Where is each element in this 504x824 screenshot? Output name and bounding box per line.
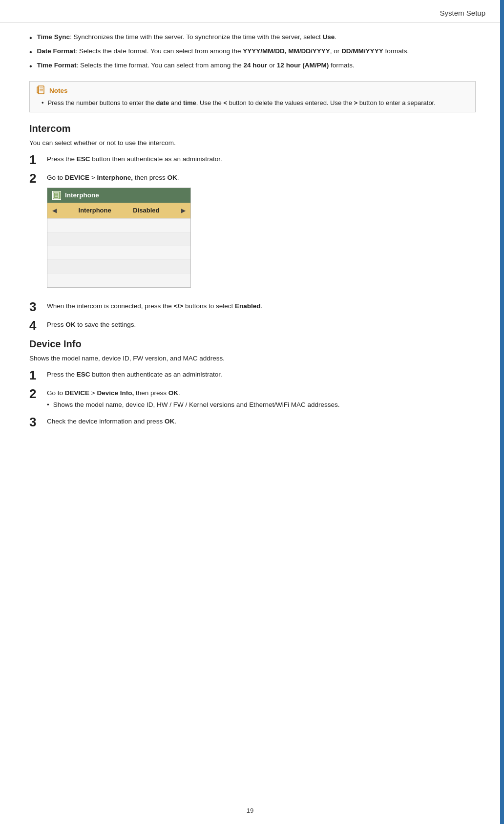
svg-rect-0 [38, 86, 44, 94]
screen-row-value: Disabled [133, 206, 159, 215]
screen-empty-row-4 [47, 260, 190, 274]
screen-row-label: Interphone [79, 206, 111, 215]
screen-arrow-right: ▶ [181, 206, 186, 215]
screen-title: Interphone [65, 190, 99, 200]
device-info-heading: Device Info [29, 338, 476, 350]
notes-header: Notes [37, 85, 468, 95]
screen-row-interphone: ◀ Interphone Disabled ▶ [47, 203, 190, 219]
page-header: System Setup [0, 0, 500, 22]
screen-empty-row-1 [47, 219, 190, 232]
step-4-content: Press OK to save the settings. [47, 320, 476, 330]
bullet-date-format: Date Format: Selects the date format. Yo… [29, 46, 476, 58]
screen-icon-svg [53, 192, 60, 199]
step-number-4: 4 [29, 319, 47, 332]
use-label: Use [322, 33, 335, 41]
device-step-1-content: Press the ESC button then authenticate a… [47, 370, 476, 380]
step-number-3: 3 [29, 300, 47, 313]
device-step-3-content: Check the device information and press O… [47, 417, 476, 426]
bullet-time-sync: Time Sync: Synchronizes the time with th… [29, 32, 476, 44]
date-formats: YYYY/MM/DD, MM/DD/YYYY [243, 47, 330, 55]
step-number-1: 1 [29, 153, 47, 166]
time-format-ampm: 12 hour (AM/PM) [277, 62, 329, 69]
footer-page-number: 19 [0, 807, 500, 814]
notes-icon [37, 85, 46, 95]
screen-arrow-left: ◀ [52, 206, 57, 215]
screen-header-icon [52, 191, 61, 200]
screen-empty-rows [47, 219, 190, 287]
device-info-step-1: 1 Press the ESC button then authenticate… [29, 370, 476, 381]
device-step-number-3: 3 [29, 416, 47, 428]
screen-empty-row-3 [47, 246, 190, 260]
intercom-step-4: 4 Press OK to save the settings. [29, 320, 476, 332]
intercom-step-1: 1 Press the ESC button then authenticate… [29, 154, 476, 166]
intercom-step-3: 3 When the intercom is connected, press … [29, 301, 476, 313]
header-title: System Setup [440, 9, 485, 17]
notes-item-1: Press the number buttons to enter the da… [42, 98, 468, 108]
screen-header: Interphone [47, 188, 190, 203]
bullet-label-1: Time Sync [37, 33, 70, 41]
notes-list: Press the number buttons to enter the da… [37, 98, 468, 108]
intercom-heading: Intercom [29, 123, 476, 134]
device-info-intro: Shows the model name, device ID, FW vers… [29, 355, 476, 362]
device-step-2-bullet: Shows the model name, device ID, HW / FW… [47, 400, 476, 410]
step-1-content: Press the ESC button then authenticate a… [47, 154, 476, 164]
step-number-2: 2 [29, 172, 47, 185]
step-3-content: When the intercom is connected, press th… [47, 301, 476, 311]
device-step-2-content: Go to DEVICE > Device Info, then press O… [47, 388, 476, 410]
device-step-2-sublist: Shows the model name, device ID, HW / FW… [47, 400, 476, 410]
screen-empty-row-2 [47, 232, 190, 246]
bullet-time-format: Time Format: Selects the time format. Yo… [29, 61, 476, 72]
time-format-24: 24 hour [244, 62, 268, 69]
intro-bullet-list: Time Sync: Synchronizes the time with th… [29, 32, 476, 72]
page-content: Time Sync: Synchronizes the time with th… [0, 22, 500, 465]
intercom-intro: You can select whether or not to use the… [29, 139, 476, 147]
notes-title: Notes [49, 87, 68, 94]
step-2-content: Go to DEVICE > Interphone, then press OK… [47, 173, 476, 295]
device-step-number-2: 2 [29, 387, 47, 400]
date-format-alt: DD/MM/YYYY [341, 47, 383, 55]
notes-box: Notes Press the number buttons to enter … [29, 81, 476, 112]
page-border [500, 0, 504, 824]
interphone-screen: Interphone ◀ Interphone Disabled ▶ [47, 188, 191, 288]
bullet-label-2: Date Format [37, 47, 76, 55]
bullet-label-3: Time Format [37, 62, 77, 69]
device-info-step-2: 2 Go to DEVICE > Device Info, then press… [29, 388, 476, 410]
intercom-step-2: 2 Go to DEVICE > Interphone, then press … [29, 173, 476, 295]
device-step-number-1: 1 [29, 369, 47, 381]
device-info-step-3: 3 Check the device information and press… [29, 417, 476, 428]
screen-empty-row-5 [47, 274, 190, 287]
